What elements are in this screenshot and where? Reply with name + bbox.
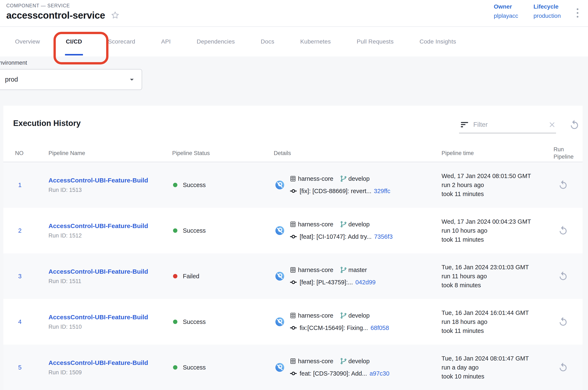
tab-overview[interactable]: Overview [2,27,53,56]
pipeline-details: harness-core develop fix:[CCM-15649]: Fi… [275,312,389,332]
git-branch-icon [340,266,347,273]
tab-code-insights[interactable]: Code Insights [407,27,469,56]
pipeline-avatar-icon [275,272,284,281]
row-number-link[interactable]: 1 [15,162,25,208]
commit-hash-link[interactable]: 329ffc [374,188,390,195]
status-dot [173,320,177,324]
git-branch-icon [340,312,347,319]
pipeline-time: Tue, 16 Jan 2024 23:01:03 GMT run 11 hou… [441,263,529,290]
row-number-link[interactable]: 4 [15,299,25,344]
table-body: 1 AccessControl-UBI-Feature-Build Run ID… [3,162,583,390]
filter-icon [460,120,469,129]
commit-message: fix:[CCM-15649]: Fixing... [300,325,368,331]
table-row: 5 AccessControl-UBI-Feature-Build Run ID… [3,344,583,390]
pipeline-name-link[interactable]: AccessControl-UBI-Feature-Build [48,359,148,366]
breadcrumb: COMPONENT — SERVICE [6,3,70,8]
favorite-button[interactable] [111,11,120,20]
git-commit-icon [290,279,297,286]
pipeline-name-link[interactable]: AccessControl-UBI-Feature-Build [48,314,148,321]
branch-name: develop [348,358,370,365]
filter-box [459,117,556,133]
column-header-run: Run Pipeline [553,146,583,160]
pipeline-details: harness-core develop [fix]: [CDS-88669]:… [275,175,390,195]
row-number-link[interactable]: 3 [15,253,25,299]
more-options-button[interactable] [576,7,583,19]
page-title: accesscontrol-service [6,10,105,21]
repo-name: harness-core [298,175,333,182]
repository-icon [290,312,296,319]
tab-cicd[interactable]: CI/CD [53,27,95,56]
git-branch-icon [340,221,347,228]
status-label: Success [183,182,206,189]
git-commit-icon [290,324,297,332]
clear-filter-button[interactable] [548,121,556,129]
repo-name: harness-core [298,358,333,365]
time-date: Wed, 17 Jan 2024 08:01:50 GMT [441,172,531,181]
owner-link[interactable]: plplayacc [494,12,518,19]
status-dot [173,229,177,233]
row-number-link[interactable]: 5 [15,344,25,390]
tab-kubernetes[interactable]: Kubernetes [287,27,344,56]
environment-value: prod [5,76,127,83]
rerun-icon [558,362,568,373]
pipeline-name-link[interactable]: AccessControl-UBI-Feature-Build [48,268,148,275]
time-ran: run 2 hours ago [441,181,531,190]
refresh-button[interactable] [569,119,580,130]
row-number-link[interactable]: 2 [15,208,25,253]
run-id: Run ID: 1509 [48,369,148,376]
column-header-name: Pipeline Name [48,150,85,156]
commit-hash-link[interactable]: 042d99 [355,279,376,286]
pipeline-name-link[interactable]: AccessControl-UBI-Feature-Build [48,177,148,184]
tab-dependencies[interactable]: Dependencies [184,27,248,56]
time-date: Tue, 16 Jan 2024 16:01:44 GMT [441,308,529,317]
run-pipeline-button[interactable] [558,317,568,327]
repo-name: harness-core [298,312,333,319]
run-pipeline-button[interactable] [558,225,568,236]
time-ran: run 18 hours ago [441,317,529,326]
commit-hash-link[interactable]: 68f058 [370,325,389,331]
commit-hash-link[interactable]: 7356f3 [374,233,393,240]
page-header: COMPONENT — SERVICE accesscontrol-servic… [0,0,588,27]
pipeline-name-link[interactable]: AccessControl-UBI-Feature-Build [48,222,148,230]
table-row: 4 AccessControl-UBI-Feature-Build Run ID… [3,299,583,344]
run-id: Run ID: 1512 [48,233,148,239]
run-pipeline-button[interactable] [558,271,568,281]
table-row: 1 AccessControl-UBI-Feature-Build Run ID… [3,162,583,208]
pipeline-avatar-icon [275,363,284,372]
environment-label: Environment [0,60,27,66]
column-header-details: Details [274,150,291,156]
commit-hash-link[interactable]: a97c30 [369,370,389,377]
tab-pull-requests[interactable]: Pull Requests [344,27,407,56]
pipeline-time: Tue, 16 Jan 2024 08:01:47 GMT run a day … [441,354,529,381]
tab-api[interactable]: API [148,27,184,56]
pipeline-status: Success [173,318,206,325]
tab-scorecard[interactable]: Scorecard [95,27,148,56]
run-id: Run ID: 1513 [48,187,148,193]
status-label: Success [183,227,206,234]
status-dot [173,183,177,187]
filter-input[interactable] [473,121,544,129]
refresh-icon [569,119,580,130]
run-pipeline-button[interactable] [558,180,568,190]
kebab-menu-icon [576,8,579,18]
pipeline-avatar-icon [275,181,284,189]
owner-block: Owner plplayacc [494,3,518,19]
lifecycle-link[interactable]: production [533,12,561,19]
status-label: Success [183,318,206,325]
git-branch-icon [340,358,347,365]
table-header: NO Pipeline Name Pipeline Status Details… [3,144,583,162]
repository-icon [290,175,296,182]
pipeline-status: Failed [173,273,199,280]
repo-name: harness-core [298,267,333,273]
git-commit-icon [290,370,297,377]
time-date: Wed, 17 Jan 2024 00:04:23 GMT [441,217,531,226]
pipeline-details: harness-core master [feat]: [PL-43759]:.… [275,266,376,286]
run-id: Run ID: 1510 [48,324,148,330]
run-pipeline-button[interactable] [558,362,568,373]
time-took: took 10 minutes [441,372,529,381]
content-area: Environment prod Execution History NO Pi… [0,56,588,390]
environment-select[interactable]: prod [0,69,142,90]
commit-message: [fix]: [CDS-88669]: revert... [300,188,371,195]
time-took: took 8 minutes [441,281,529,290]
tab-docs[interactable]: Docs [248,27,287,56]
